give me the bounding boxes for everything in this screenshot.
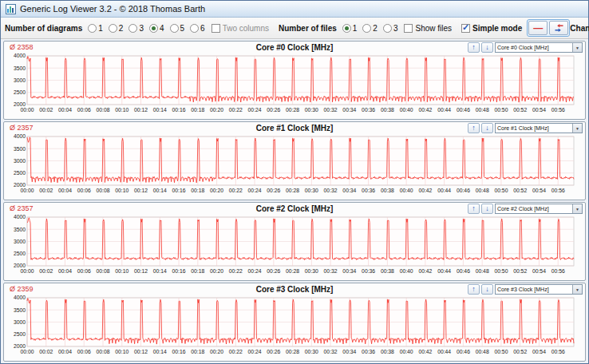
diagrams-radio-6[interactable]: [190, 24, 199, 33]
diagrams-radio-5[interactable]: [170, 24, 179, 33]
show-files-checkbox[interactable]: [404, 24, 413, 33]
core1-clock-chart[interactable]: 2000250030003500400000:0000:0200:0400:06…: [6, 134, 583, 198]
refresh-button[interactable]: [549, 21, 568, 35]
svg-text:00:52: 00:52: [513, 107, 527, 113]
average-value: Ø 2357: [10, 124, 34, 132]
move-down-button[interactable]: ↓: [481, 42, 493, 53]
show-files-label: Show files: [415, 24, 452, 33]
diagrams-radio-1[interactable]: [88, 24, 97, 33]
files-radio-1[interactable]: [342, 24, 351, 33]
svg-text:3500: 3500: [14, 146, 26, 152]
avg-symbol: Ø: [10, 285, 15, 293]
svg-text:2500: 2500: [14, 170, 26, 176]
diagrams-label: Number of diagrams: [5, 24, 82, 33]
svg-text:00:36: 00:36: [362, 188, 375, 193]
two-columns-label: Two columns: [223, 24, 269, 33]
svg-text:00:12: 00:12: [134, 349, 148, 354]
svg-text:00:46: 00:46: [457, 268, 470, 274]
svg-text:00:38: 00:38: [381, 188, 394, 193]
avg-number: 2359: [18, 285, 34, 293]
core0-clock-chart[interactable]: 2000250030003500400000:0000:0200:0400:06…: [6, 53, 583, 117]
svg-text:00:26: 00:26: [267, 107, 280, 113]
svg-text:4000: 4000: [14, 295, 26, 300]
svg-text:00:10: 00:10: [115, 188, 128, 193]
svg-text:00:14: 00:14: [153, 268, 167, 274]
svg-text:00:48: 00:48: [476, 188, 489, 193]
change-all-label: Change all: [570, 24, 589, 33]
svg-text:00:16: 00:16: [172, 188, 186, 193]
svg-text:00:16: 00:16: [172, 349, 186, 354]
svg-text:00:20: 00:20: [210, 188, 223, 193]
diagrams-radio-2[interactable]: [109, 24, 117, 33]
svg-text:00:48: 00:48: [476, 107, 489, 113]
core2-clock-chart[interactable]: 2000250030003500400000:0000:0200:0400:06…: [6, 215, 583, 279]
svg-text:00:14: 00:14: [153, 107, 167, 113]
svg-text:00:22: 00:22: [229, 188, 243, 193]
svg-text:00:00: 00:00: [20, 268, 34, 274]
files-radio-3[interactable]: [383, 24, 392, 33]
svg-text:3000: 3000: [14, 158, 26, 164]
svg-text:00:24: 00:24: [248, 268, 262, 274]
svg-text:00:30: 00:30: [305, 107, 318, 113]
svg-text:00:42: 00:42: [418, 188, 432, 193]
svg-text:00:24: 00:24: [248, 107, 262, 113]
move-up-button[interactable]: ↑: [468, 284, 480, 295]
svg-text:00:34: 00:34: [342, 188, 356, 193]
series-select[interactable]: Core #0 Clock [MHz] ▼: [495, 42, 583, 53]
svg-text:00:28: 00:28: [286, 349, 299, 354]
avg-number: 2357: [18, 204, 34, 212]
files-radio-1-label: 1: [353, 24, 358, 33]
series-select-value: Core #1 Clock [MHz]: [496, 124, 572, 133]
files-radio-2[interactable]: [362, 24, 371, 33]
series-select[interactable]: Core #3 Clock [MHz] ▼: [495, 284, 583, 295]
svg-text:00:52: 00:52: [513, 268, 527, 274]
svg-text:00:08: 00:08: [97, 188, 110, 193]
series-select[interactable]: Core #1 Clock [MHz] ▼: [495, 123, 583, 133]
svg-text:00:02: 00:02: [39, 188, 53, 193]
core3-clock-chart[interactable]: 2000250030003500400000:0000:0200:0400:06…: [6, 295, 583, 359]
svg-text:00:18: 00:18: [191, 188, 204, 193]
simple-mode-checkbox[interactable]: [461, 24, 470, 33]
svg-text:4000: 4000: [14, 53, 26, 58]
svg-text:3500: 3500: [14, 307, 26, 313]
move-down-button[interactable]: ↓: [481, 284, 493, 295]
move-up-button[interactable]: ↑: [468, 123, 480, 133]
files-label: Number of files: [279, 24, 337, 33]
svg-text:3500: 3500: [14, 227, 26, 232]
svg-text:00:40: 00:40: [400, 107, 413, 113]
dropdown-arrow-icon: ▼: [572, 204, 582, 213]
chart-panel-core1: Ø 2357 Core #1 Clock [MHz] ↑ ↓ Core #1 C…: [3, 121, 586, 200]
svg-text:00:44: 00:44: [437, 349, 451, 354]
svg-text:00:12: 00:12: [134, 188, 148, 193]
move-down-button[interactable]: ↓: [481, 123, 493, 133]
diagrams-radio-5-label: 5: [180, 24, 185, 33]
svg-text:00:44: 00:44: [437, 188, 451, 193]
move-up-button[interactable]: ↑: [468, 204, 480, 214]
svg-text:2500: 2500: [14, 251, 26, 256]
average-value: Ø 2359: [10, 285, 34, 293]
diagrams-radio-3[interactable]: [128, 24, 137, 33]
svg-text:00:02: 00:02: [39, 268, 53, 274]
svg-text:00:48: 00:48: [476, 268, 489, 274]
move-up-button[interactable]: ↑: [468, 42, 480, 53]
series-select[interactable]: Core #2 Clock [MHz] ▼: [495, 204, 583, 214]
svg-text:00:40: 00:40: [400, 268, 413, 274]
svg-text:00:32: 00:32: [324, 268, 338, 274]
svg-text:3000: 3000: [14, 239, 26, 244]
svg-text:00:22: 00:22: [229, 107, 243, 113]
diagrams-radio-4-label: 4: [160, 24, 164, 33]
svg-text:00:44: 00:44: [437, 107, 451, 113]
diagrams-radio-3-label: 3: [139, 24, 144, 33]
remove-button[interactable]: —: [528, 21, 547, 35]
avg-symbol: Ø: [10, 204, 15, 212]
svg-text:00:38: 00:38: [381, 349, 394, 354]
svg-text:00:16: 00:16: [172, 107, 186, 113]
diagrams-radio-6-label: 6: [200, 24, 205, 33]
svg-text:00:34: 00:34: [342, 268, 356, 274]
diagrams-radio-4[interactable]: [149, 24, 158, 33]
move-down-button[interactable]: ↓: [481, 204, 493, 214]
two-columns-checkbox[interactable]: [211, 24, 220, 33]
title-bar[interactable]: Generic Log Viewer 3.2 - © 2018 Thomas B…: [1, 1, 588, 18]
svg-text:00:02: 00:02: [39, 349, 53, 354]
svg-text:00:38: 00:38: [381, 268, 394, 274]
